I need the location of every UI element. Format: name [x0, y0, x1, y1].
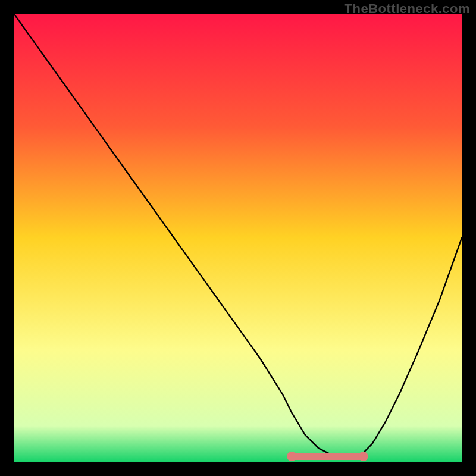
optimal-range-start-dot [287, 452, 296, 461]
watermark-text: TheBottleneck.com [345, 1, 470, 17]
bottleneck-chart [14, 14, 462, 462]
plot-background [14, 14, 462, 462]
optimal-range-end-dot [359, 452, 368, 461]
chart-container: TheBottleneck.com [0, 0, 476, 476]
